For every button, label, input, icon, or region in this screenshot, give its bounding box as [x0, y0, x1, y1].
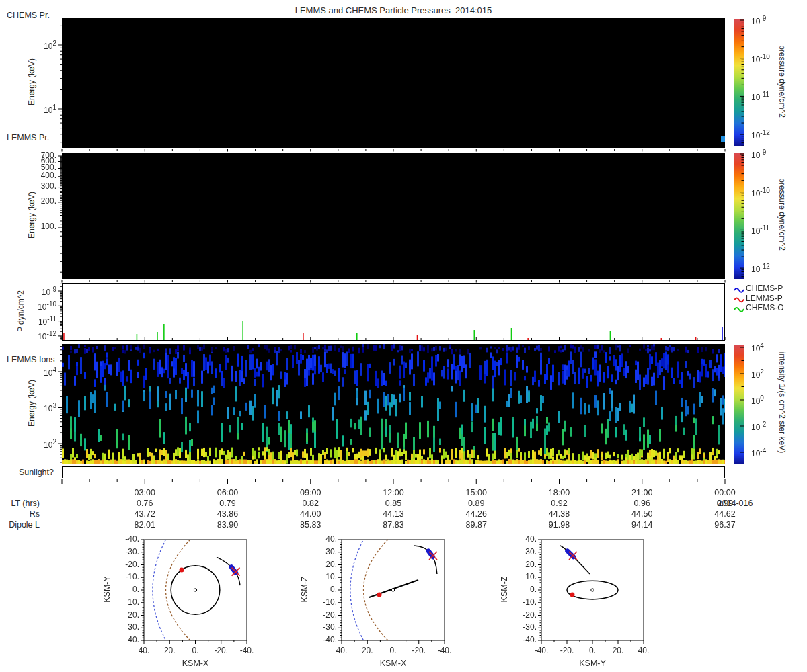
lemms-panel-label: LEMMS Pr. [7, 133, 49, 142]
orbit-ytick-label: 30. [307, 547, 337, 556]
time-tick-label: 00:00 [709, 488, 741, 497]
ytick-label: 104 [23, 366, 56, 378]
time-tick-label: 03:00 [128, 488, 161, 497]
row-value: 85.83 [293, 520, 329, 530]
row-value: 44.13 [375, 509, 412, 519]
row-value: 82.01 [126, 520, 163, 530]
time-tick-label: 12:00 [377, 488, 410, 497]
orbit-ytick-label: 20. [507, 560, 537, 569]
ytick-label: 100. [23, 222, 56, 231]
position-x-marker [569, 552, 577, 560]
position-x-marker [232, 568, 240, 576]
colorbar-tick-label: 104 [751, 342, 786, 353]
orbit-ytick-label: -20. [307, 610, 337, 620]
row-value: 43.72 [126, 509, 163, 519]
ytick-label: 400. [23, 171, 56, 180]
row-value: 0.82 [293, 499, 329, 508]
cassini-trajectory [414, 546, 437, 574]
ytick-label: 103 [23, 402, 56, 413]
pressure-colorbar-middle [734, 153, 744, 279]
chems-data-patch [721, 136, 725, 142]
time-tick-label: 06:00 [212, 488, 244, 497]
orbit-ytick-label: -30. [507, 622, 537, 632]
ytick-label: 101 [23, 103, 56, 115]
orbit-xlabel: KSM-Y [566, 659, 619, 668]
orbit-frame-orbit_ksmx_ksmz [342, 540, 445, 640]
position-x-marker [429, 552, 437, 560]
orbit-ytick-label: -30. [110, 547, 139, 556]
row-value: 44.50 [624, 509, 660, 519]
orbit-ytick-label: 0. [307, 585, 337, 594]
row-value: 96.37 [707, 520, 743, 530]
orbit-frame-orbit_ksmy_ksmz [541, 540, 644, 640]
magnetopause-curve [166, 540, 190, 640]
row-value: 43.86 [210, 509, 246, 519]
row-label-dipole: Dipole L [1, 520, 40, 530]
row-value: 89.87 [458, 520, 494, 530]
saturn-marker [194, 589, 196, 591]
row-value: 0.79 [210, 499, 246, 508]
ring-plane-line [369, 580, 418, 597]
orbit-xlabel: KSM-X [169, 659, 223, 668]
row-label-rs: Rs [1, 509, 40, 519]
chems-pressure-spectrogram-panel [62, 18, 725, 148]
colorbar-tick-label: 10-10 [751, 187, 786, 198]
mimi-pressure-summary-figure: LEMMS and CHEMS Particle Pressures 2014:… [0, 0, 807, 672]
colorbar-tick-label: 10-11 [751, 91, 786, 102]
lemms-ions-noise-canvas [62, 344, 725, 464]
row-value: 0.89 [458, 499, 494, 508]
orbit-ytick-label: 40. [110, 635, 139, 644]
titan-position-dot [377, 592, 382, 597]
row-value: 83.90 [210, 520, 246, 530]
colorbar-tick-label: 100 [751, 394, 786, 406]
row-value: 44.62 [707, 509, 743, 519]
orbit-ytick-label: -40. [307, 635, 337, 644]
pressure-unit-label-middle: pressure dyne/cm^2 [777, 167, 787, 261]
orbit-ytick-label: 0. [110, 585, 139, 594]
cassini-trajectory [217, 557, 240, 585]
time-tick-label: 09:00 [295, 488, 327, 497]
ytick-label: 300. [23, 181, 56, 191]
colorbar-tick-label: 10-10 [751, 53, 786, 65]
pressure-colorbar-top [734, 19, 744, 146]
orbit-ytick-label: -30. [307, 622, 337, 632]
colorbar-tick-label: 10-11 [751, 224, 786, 236]
time-tick-label: 15:00 [460, 488, 492, 497]
orbit-ylabel: KSM-Z [500, 549, 509, 630]
titan-orbit-ellipse [567, 581, 618, 599]
orbit-ytick-label: 20. [307, 560, 337, 569]
row-value: 0.92 [541, 499, 578, 508]
orbit-ytick-label: -40. [110, 534, 139, 544]
orbit-ytick-label: 40. [507, 534, 537, 544]
legend-label-chems-p: CHEMS-P [746, 284, 783, 293]
titan-orbit-circle [171, 566, 220, 615]
row-label-lt: LT (hrs) [1, 499, 40, 508]
titan-position-dot [570, 592, 574, 597]
row-value: 44.00 [293, 509, 329, 519]
colorbar-tick-label: 102 [751, 368, 786, 380]
ytick-label: 102 [23, 438, 56, 450]
orbit-ytick-label: 10. [307, 572, 337, 581]
colorbar-tick-label: 10-12 [751, 263, 786, 274]
orbit-ylabel: KSM-Z [300, 549, 309, 630]
orbit-ytick-label: -10. [110, 572, 139, 581]
orbit-xtick-label: -40. [232, 646, 262, 655]
orbit-ytick-label: 30. [110, 622, 139, 632]
orbit-xtick-label: -40. [430, 646, 459, 655]
ytick-label: 10-11 [23, 315, 56, 327]
colorbar-tick-label: 10-9 [751, 149, 786, 160]
colorbar-tick-label: 10-4 [751, 447, 786, 458]
legend-line-chems-p [734, 288, 744, 292]
pressure-unit-label-top: pressure dyne/cm^2 [777, 34, 787, 128]
colorbar-tick-label: 10-12 [751, 129, 786, 140]
intensity-colorbar [734, 345, 744, 464]
orbit-ytick-label: 10. [110, 597, 139, 607]
sunlight-label: Sunlight? [0, 468, 54, 477]
row-value: 91.98 [541, 520, 578, 530]
orbit-ytick-label: 0. [507, 585, 537, 594]
row-value: 44.38 [541, 509, 578, 519]
ytick-label: 10-9 [23, 286, 56, 297]
legend-label-chems-o: CHEMS-O [746, 303, 784, 312]
time-tick-label: 21:00 [626, 488, 658, 497]
row-value: 94.14 [624, 520, 660, 530]
